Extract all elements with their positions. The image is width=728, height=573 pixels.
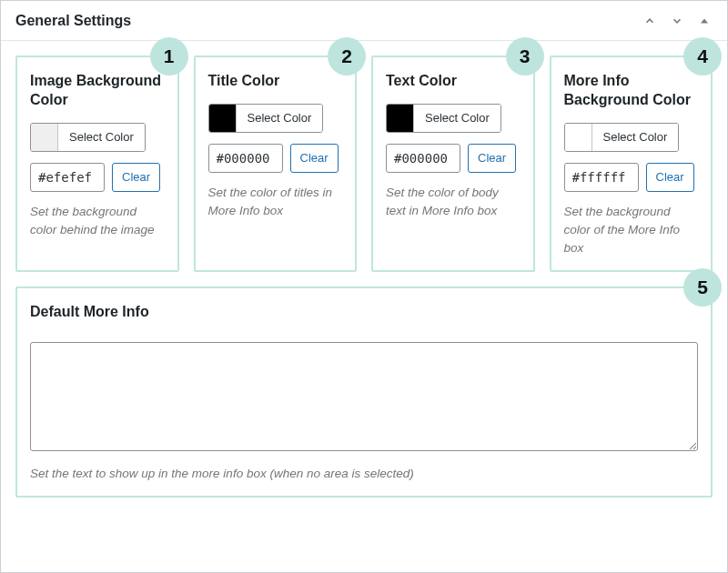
image-bg-color-card: 1 Image Background Color Select Color Cl… [15,55,179,272]
step-badge: 3 [506,37,544,75]
hex-input[interactable] [208,144,283,173]
step-badge: 5 [683,268,722,307]
general-settings-panel: General Settings 1 Image Background Colo… [0,0,728,573]
color-picker[interactable]: Select Color [30,123,146,152]
color-cards-row: 1 Image Background Color Select Color Cl… [15,55,713,272]
step-badge: 4 [683,37,722,75]
hex-input-row: Clear [386,144,521,173]
collapse-toggle-button[interactable] [693,9,716,33]
card-description: Set the color of titles in More Info box [208,184,343,221]
select-color-button[interactable]: Select Color [592,124,679,151]
color-swatch [209,105,237,132]
color-swatch [387,105,414,132]
chevron-down-icon [671,15,683,27]
card-title: Text Color [386,72,521,91]
hex-input-row: Clear [30,163,165,192]
clear-button[interactable]: Clear [290,144,339,173]
card-description: Set the color of body text in More Info … [386,184,521,221]
hex-input[interactable] [386,144,460,173]
clear-button[interactable]: Clear [468,144,516,173]
color-picker[interactable]: Select Color [564,123,680,152]
hex-input-row: Clear [564,163,699,192]
card-title: Title Color [208,72,343,91]
moreinfo-textarea[interactable] [30,342,698,451]
hex-input[interactable] [30,163,105,192]
card-title: Image Background Color [30,72,165,110]
card-description: Set the background color of the More Inf… [564,203,699,258]
select-color-button[interactable]: Select Color [58,124,145,151]
select-color-button[interactable]: Select Color [237,105,323,132]
hex-input[interactable] [564,163,639,192]
card-title: Default More Info [30,303,698,322]
move-down-button[interactable] [665,9,689,33]
chevron-up-icon [643,15,656,27]
title-color-card: 2 Title Color Select Color Clear Set the… [194,55,358,272]
card-title: More Info Background Color [564,72,699,110]
text-color-card: 3 Text Color Select Color Clear Set the … [371,55,535,272]
move-up-button[interactable] [638,9,662,33]
step-badge: 1 [150,37,188,75]
card-description: Set the background color behind the imag… [30,203,165,240]
hex-input-row: Clear [208,144,343,173]
panel-body: 1 Image Background Color Select Color Cl… [1,41,727,512]
triangle-up-icon [699,15,710,26]
card-description: Set the text to show up in the more info… [30,465,698,483]
panel-title: General Settings [15,13,131,29]
clear-button[interactable]: Clear [112,163,160,192]
select-color-button[interactable]: Select Color [414,105,500,132]
moreinfo-bg-color-card: 4 More Info Background Color Select Colo… [550,55,713,272]
color-swatch [565,124,592,151]
default-moreinfo-card: 5 Default More Info Set the text to show… [15,286,713,498]
color-picker[interactable]: Select Color [208,104,324,133]
step-badge: 2 [328,37,366,75]
clear-button[interactable]: Clear [646,163,694,192]
panel-header: General Settings [1,1,727,41]
svg-marker-0 [701,18,708,23]
color-picker[interactable]: Select Color [386,104,501,133]
color-swatch [31,124,58,151]
panel-controls [638,9,716,33]
